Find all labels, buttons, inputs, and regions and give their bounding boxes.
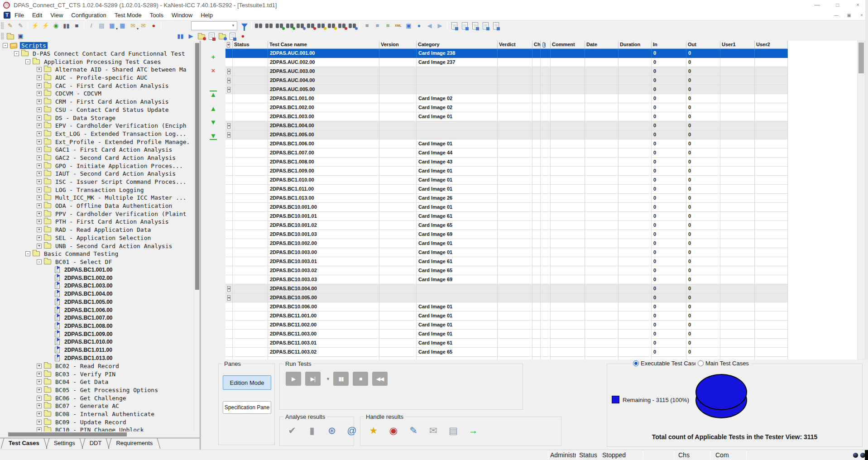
tree-item[interactable]: -D-PAS Connect Contact Card Functionnal …	[0, 50, 194, 58]
expand-icon[interactable]: +	[37, 91, 42, 96]
run-all-icon[interactable]: ⚡	[41, 21, 50, 30]
column-header-in[interactable]: In	[652, 41, 686, 49]
run-to-end-button[interactable]: ▶|	[305, 372, 321, 386]
expand-icon[interactable]: +	[37, 244, 42, 249]
column-header-verdict[interactable]: Verdict	[498, 41, 532, 49]
wrench-icon[interactable]: /	[86, 21, 96, 30]
search-warn-icon[interactable]	[317, 21, 326, 30]
collapse-icon[interactable]: -	[3, 43, 8, 48]
table-row[interactable]: 2DPAS.BC11.003.01Card Image 6100	[225, 339, 857, 348]
tree-item[interactable]: 2DPAS.BC1.011.00	[0, 346, 194, 354]
expand-icon[interactable]: +	[37, 163, 42, 168]
collapse-icon[interactable]: -	[14, 51, 19, 56]
play-test-icon[interactable]: ▶	[186, 32, 196, 40]
expand-icon[interactable]: +	[227, 87, 230, 92]
pause-button[interactable]: ▮▮	[333, 372, 349, 386]
reader-menu-icon[interactable]: ▦▾	[107, 21, 117, 30]
results-bar-icon[interactable]: ▮	[305, 424, 319, 437]
expand-icon[interactable]: +	[37, 412, 42, 417]
menu-configuration[interactable]: Configuration	[67, 11, 110, 19]
table-row[interactable]: 2DPAS.BC11.001.00Card Image 0100	[225, 311, 857, 321]
list-all-icon[interactable]: ≡	[362, 21, 372, 30]
expand-icon[interactable]: +	[37, 131, 42, 136]
menu-window[interactable]: Window	[168, 11, 197, 19]
certify-results-icon[interactable]: ◉	[387, 424, 400, 437]
expand-icon[interactable]: +	[37, 364, 42, 369]
save-icon[interactable]: ▣	[16, 32, 25, 40]
expand-icon[interactable]: +	[37, 83, 42, 88]
expand-icon[interactable]: +	[227, 132, 230, 138]
table-row[interactable]: 2DPAS.BC10.003.02Card Image 6500	[225, 266, 857, 275]
table-row[interactable]: 2DPAS.BC1.011.00Card Image 0100	[225, 185, 857, 194]
expand-icon[interactable]: +	[37, 403, 42, 408]
mdi-minimize-button[interactable]: —	[830, 13, 843, 18]
tree-item[interactable]: 2DPAS.BC1.008.00	[0, 322, 194, 330]
column-header-category[interactable]: Category	[417, 41, 498, 49]
table-row[interactable]: 2DPAS.BC10.001.00Card Image 0100	[225, 203, 857, 212]
mail-results-icon[interactable]: ✉	[427, 424, 440, 437]
table-row[interactable]: 2DPAS.BC11.002.00Card Image 0100	[225, 321, 857, 330]
column-header-ch[interactable]: Ch	[532, 41, 541, 49]
tree-item[interactable]: +CSU - Contact Card Status Update	[0, 106, 194, 114]
table-vertical-scrollbar-thumb[interactable]	[858, 43, 864, 73]
tree-item[interactable]: +BC02 - Read Record	[0, 362, 194, 370]
tree-item[interactable]: +BC07 - Generate AC	[0, 402, 194, 410]
report-doc-4-icon[interactable]	[481, 21, 490, 30]
expand-icon[interactable]: +	[37, 139, 42, 144]
table-row[interactable]: +2DPAS.BC10.004.0000	[225, 284, 857, 293]
tree-item[interactable]: -Scripts	[0, 42, 194, 50]
search-error-icon[interactable]	[337, 21, 347, 30]
stop-exec-icon[interactable]: ■	[72, 21, 82, 30]
move-top-button[interactable]: ▲	[208, 91, 219, 100]
tree-item[interactable]: -Application Processing Test Cases	[0, 58, 194, 66]
tree-item[interactable]: -BC01 - Select DF	[0, 258, 194, 266]
rewind-button[interactable]: ◀◀	[372, 372, 388, 386]
edition-mode-button[interactable]: Edition Mode	[223, 375, 271, 390]
table-row[interactable]: 2DPAS.BC10.001.03Card Image 6900	[225, 230, 857, 239]
table-row[interactable]: 2DPAS.BC10.002.00Card Image 0100	[225, 239, 857, 248]
info-doc-icon[interactable]	[228, 32, 237, 40]
tree-item[interactable]: +UNB - Second Card Action Analysis	[0, 242, 194, 250]
table-row[interactable]: 2DPAS.BC1.001.00Card Image 0200	[225, 94, 857, 103]
expand-icon[interactable]: +	[37, 211, 42, 216]
tree-item[interactable]: +DS - Data Storage	[0, 114, 194, 122]
table-row[interactable]: 2DPAS.BC10.003.01Card Image 6100	[225, 257, 857, 266]
collapse-icon[interactable]: -	[25, 59, 30, 64]
search-info-icon[interactable]	[296, 21, 305, 30]
web-report-icon[interactable]: ●	[414, 21, 424, 30]
table-row[interactable]: +2DPAS.AUC.003.0000	[225, 67, 857, 76]
nav-forward-icon[interactable]: ▶	[435, 21, 445, 30]
tab-test-cases[interactable]: Test Cases	[1, 438, 47, 449]
column-header-expander[interactable]: +	[225, 41, 233, 49]
table-row[interactable]: 2DPAS.BC10.003.03Card Image 6900	[225, 275, 857, 284]
menu-tools[interactable]: Tools	[146, 11, 168, 19]
tree-item[interactable]: +ISC - Issuer Script Command Proces...	[0, 178, 194, 186]
table-row[interactable]: 2DPAS.AUC.002.00Card Image 23700	[225, 58, 857, 67]
expand-icon[interactable]: +	[227, 69, 230, 74]
menu-test-mode[interactable]: Test Mode	[110, 11, 146, 19]
stop-button[interactable]: ■	[353, 372, 368, 386]
column-header-out[interactable]: Out	[686, 41, 720, 49]
column-header-comment[interactable]: Comment	[551, 41, 585, 49]
search-next-icon[interactable]	[264, 21, 274, 30]
tree-item[interactable]: +Ext_Profile - Extended Profile Manage.	[0, 138, 194, 146]
expand-icon[interactable]: +	[37, 179, 42, 184]
send-menu-icon[interactable]: ✉▾	[128, 21, 138, 30]
abort-icon[interactable]: ●	[149, 21, 158, 30]
list-checked-icon[interactable]: ≡	[373, 21, 382, 30]
expand-icon[interactable]: +	[37, 396, 42, 401]
expand-icon[interactable]: +	[37, 372, 42, 377]
expand-icon[interactable]: +	[37, 75, 42, 80]
tab-requirements[interactable]: Requirements	[109, 438, 160, 449]
search-failed-icon[interactable]	[306, 21, 316, 30]
expand-all-toggle[interactable]: +	[227, 42, 230, 48]
tree-item[interactable]: +GPO - Initiate Application Proces...	[0, 162, 194, 170]
tree-vertical-scrollbar[interactable]	[194, 42, 200, 431]
column-header-user1[interactable]: User1	[720, 41, 755, 49]
tree-item[interactable]: +GAC2 - Second Card Action Analysis	[0, 154, 194, 162]
expand-icon[interactable]: +	[37, 187, 42, 192]
tab-ddt[interactable]: DDT	[82, 438, 109, 449]
tree-item[interactable]: +AUC - Profile-specific AUC	[0, 74, 194, 82]
move-down-button[interactable]: ▼	[208, 118, 219, 127]
table-row[interactable]: 2DPAS.BC1.008.00Card Image 4300	[225, 158, 857, 167]
